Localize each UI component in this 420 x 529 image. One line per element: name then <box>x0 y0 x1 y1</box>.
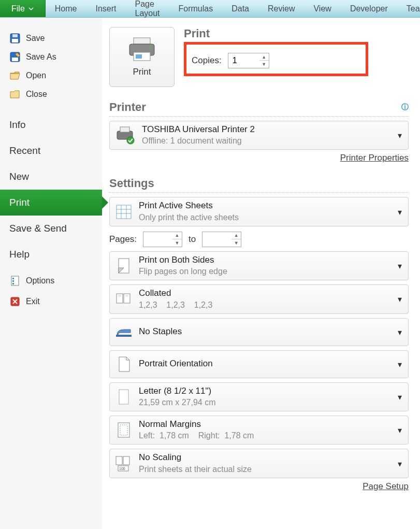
sidebar-menu-save-send[interactable]: Save & Send <box>0 216 102 241</box>
setting-sub: Print sheets at their actual size <box>139 464 252 475</box>
svg-rect-8 <box>12 283 14 284</box>
chevron-down-icon: ▾ <box>398 131 402 140</box>
copies-label: Copies: <box>192 55 222 66</box>
chevron-down-icon: ▾ <box>398 207 402 217</box>
info-icon[interactable]: ⓘ <box>401 103 409 112</box>
setting-sub: Flip pages on long edge <box>139 266 227 277</box>
setting-title: No Scaling <box>139 452 252 463</box>
sidebar-options[interactable]: Options <box>7 270 95 291</box>
tab-label: Review <box>268 4 295 13</box>
copies-input[interactable] <box>228 53 259 68</box>
tab-file[interactable]: File <box>0 0 46 17</box>
setting-margins[interactable]: Normal Margins Left: 1,78 cm Right: 1,78… <box>109 416 409 445</box>
sidebar-menu-info[interactable]: Info <box>0 112 102 138</box>
print-header: Print <box>184 27 368 43</box>
print-button[interactable]: Print <box>109 27 175 87</box>
setting-sub: 1,2,3 1,2,3 1,2,3 <box>139 300 212 310</box>
svg-text:100: 100 <box>119 467 125 470</box>
sidebar-item-label: Save & Send <box>9 223 67 234</box>
svg-rect-10 <box>134 38 150 44</box>
chevron-down-icon: ▾ <box>398 359 402 369</box>
setting-title: Print on Both Sides <box>139 255 227 265</box>
chevron-down-icon: ▾ <box>398 425 402 435</box>
folder-open-icon <box>9 70 21 81</box>
print-backstage-content: Print Print Copies: ▲ ▼ <box>102 18 420 529</box>
page-setup-link[interactable]: Page Setup <box>363 481 409 491</box>
setting-title: No Staples <box>139 326 182 337</box>
pages-from-spinner[interactable]: ▲▼ <box>143 232 182 247</box>
tab-formulas[interactable]: Formulas <box>169 0 223 17</box>
sidebar-item-label: Info <box>9 119 26 130</box>
setting-title: Portrait Orientation <box>139 359 213 369</box>
duplex-icon <box>115 255 133 276</box>
pages-to-label: to <box>189 234 196 245</box>
settings-section-header: Settings <box>109 177 409 193</box>
svg-rect-32 <box>116 456 122 465</box>
portrait-icon <box>115 354 133 375</box>
sidebar-item-label: Print <box>9 197 30 208</box>
tab-page-layout[interactable]: Page Layout <box>125 0 169 17</box>
sidebar-menu-print[interactable]: Print <box>0 190 102 216</box>
svg-rect-14 <box>136 54 142 59</box>
setting-orientation[interactable]: Portrait Orientation ▾ <box>109 350 409 378</box>
sidebar-item-label: Open <box>26 71 46 80</box>
pages-to-input[interactable] <box>202 232 231 247</box>
chevron-down-icon: ▾ <box>398 327 402 337</box>
spin-up-icon[interactable]: ▲ <box>172 232 182 239</box>
svg-rect-28 <box>116 335 132 337</box>
sidebar-item-label: Help <box>9 249 30 260</box>
sidebar-save[interactable]: Save <box>7 29 95 48</box>
printer-dropdown[interactable]: TOSHIBA Universal Printer 2 Offline: 1 d… <box>109 121 409 150</box>
setting-scaling[interactable]: 100 No Scaling Print sheets at their act… <box>109 449 409 478</box>
sidebar-item-label: Recent <box>9 145 40 156</box>
setting-collate[interactable]: Collated 1,2,3 1,2,3 1,2,3 ▾ <box>109 284 409 313</box>
sidebar-save-as[interactable]: Save As <box>7 48 95 66</box>
tab-file-label: File <box>11 4 25 13</box>
setting-print-area[interactable]: Print Active Sheets Only print the activ… <box>109 197 409 226</box>
printer-status-icon <box>115 125 136 146</box>
tab-home[interactable]: Home <box>46 0 86 17</box>
svg-rect-1 <box>12 39 18 42</box>
chevron-down-icon: ▾ <box>398 459 402 468</box>
tab-view[interactable]: View <box>304 0 340 17</box>
paper-icon <box>115 387 133 407</box>
setting-duplex[interactable]: Print on Both Sides Flip pages on long e… <box>109 251 409 280</box>
setting-staple[interactable]: No Staples ▾ <box>109 318 409 346</box>
sidebar-menu-recent[interactable]: Recent <box>0 138 102 164</box>
sidebar-item-label: Save As <box>26 52 56 62</box>
pages-from-input[interactable] <box>143 232 172 247</box>
tab-developer[interactable]: Developer <box>341 0 397 17</box>
chevron-down-icon <box>28 6 34 11</box>
sidebar-close[interactable]: Close <box>7 85 95 104</box>
svg-rect-33 <box>123 456 129 465</box>
spin-down-icon[interactable]: ▼ <box>259 61 269 68</box>
sidebar-menu-new[interactable]: New <box>0 164 102 190</box>
sidebar-menu-help[interactable]: Help <box>0 241 102 267</box>
sidebar-open[interactable]: Open <box>7 66 95 85</box>
tab-insert[interactable]: Insert <box>86 0 125 17</box>
tab-team[interactable]: Team <box>397 0 420 17</box>
printer-name: TOSHIBA Universal Printer 2 <box>142 124 255 135</box>
tab-label: Developer <box>350 4 388 13</box>
svg-rect-24 <box>117 294 123 303</box>
printer-properties-link[interactable]: Printer Properties <box>340 153 409 163</box>
sidebar-item-label: New <box>9 171 29 182</box>
exit-icon <box>9 296 21 307</box>
setting-sub: Left: 1,78 cm Right: 1,78 cm <box>139 431 254 441</box>
svg-rect-4 <box>12 58 18 61</box>
tab-data[interactable]: Data <box>222 0 258 17</box>
chevron-down-icon: ▾ <box>398 261 402 270</box>
spin-up-icon[interactable]: ▲ <box>259 53 269 61</box>
setting-paper-size[interactable]: Letter (8 1/2 x 11") 21,59 cm x 27,94 cm… <box>109 382 409 411</box>
tab-review[interactable]: Review <box>258 0 304 17</box>
sidebar-exit[interactable]: Exit <box>7 291 95 312</box>
pages-to-spinner[interactable]: ▲▼ <box>202 232 241 247</box>
setting-sub: 21,59 cm x 27,94 cm <box>139 397 216 408</box>
spin-down-icon[interactable]: ▼ <box>231 239 241 247</box>
spin-up-icon[interactable]: ▲ <box>231 232 241 239</box>
tab-label: Team <box>407 4 420 13</box>
ribbon: File Home Insert Page Layout Formulas Da… <box>0 0 420 18</box>
copies-spinner[interactable]: ▲ ▼ <box>228 53 269 68</box>
spin-down-icon[interactable]: ▼ <box>172 239 182 247</box>
options-icon <box>9 275 21 287</box>
